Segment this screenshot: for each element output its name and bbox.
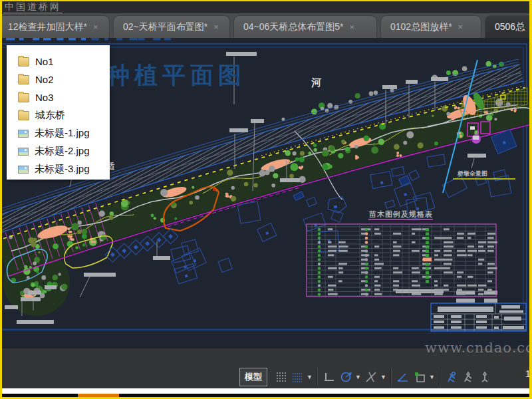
lineweight-dropdown-caret[interactable]: ▼ — [428, 368, 436, 386]
file-tab-bar: 12检查井加固大样*×02~天桥平面布置图*×04~06天桥总体布置图5*×01… — [2, 13, 529, 38]
file-name: No2 — [35, 74, 54, 85]
annotation-label — [229, 128, 248, 132]
toolbar-separator — [390, 368, 392, 386]
status-toolbar: 模型 ▼▼▼▼ — [239, 367, 493, 387]
file-list-item-3[interactable]: No3 — [7, 88, 110, 106]
annotation-label — [251, 119, 264, 123]
tab-label: 04~06天桥总体布置图5* — [243, 21, 344, 33]
bridge-note-label: 桥墩全景图 — [457, 170, 487, 177]
tab-label: 0102总图放样* — [390, 21, 452, 33]
polar-tracking-icon[interactable] — [337, 368, 354, 386]
annotation-label — [153, 256, 170, 260]
annotation-autoscale-icon[interactable] — [460, 368, 476, 386]
file-list-item-7[interactable]: 未标题-3.jpg — [7, 160, 110, 178]
tab-close-icon[interactable]: × — [213, 22, 219, 32]
file-list-panel: No1No2No3城东桥未标题-1.jpg未标题-2.jpg未标题-3.jpg — [7, 45, 110, 180]
river-label: 河 — [311, 76, 322, 88]
tab-close-icon[interactable]: × — [458, 22, 464, 32]
grid-display-icon[interactable] — [289, 368, 305, 386]
tab-close-icon[interactable]: × — [93, 22, 98, 32]
file-tab-2[interactable]: 02~天桥平面布置图*× — [113, 15, 230, 38]
plant-table-title: 苗木图例及规格表 — [368, 210, 433, 218]
annotation-scale-value[interactable]: 1 — [525, 368, 529, 379]
file-tab-4[interactable]: 0102总图放样*× — [380, 15, 481, 38]
object-snap-icon[interactable] — [362, 368, 379, 386]
bottom-taskbar-strip — [2, 394, 529, 397]
snap-tracking-icon[interactable] — [394, 368, 411, 386]
ortho-icon[interactable] — [321, 368, 337, 386]
file-name: No1 — [35, 56, 54, 67]
folder-icon — [18, 111, 29, 120]
annotation-label — [467, 154, 486, 158]
file-name: 未标题-1.jpg — [35, 127, 90, 140]
file-name: 未标题-2.jpg — [35, 145, 90, 158]
annotation-label — [45, 285, 57, 289]
model-tab-button[interactable]: 模型 — [239, 368, 267, 386]
toolbar-separator — [317, 368, 318, 386]
file-tab-3[interactable]: 04~06天桥总体布置图5*× — [233, 15, 377, 38]
annotation-label — [17, 320, 54, 324]
site-watermark-bottom: www.cndao.com — [425, 340, 529, 356]
tab-label: 12检查井加固大样* — [8, 21, 87, 33]
annotation-label — [456, 299, 475, 303]
file-list-item-6[interactable]: 未标题-2.jpg — [7, 142, 110, 160]
image-file-icon — [18, 148, 29, 156]
polar-tracking-dropdown-caret[interactable]: ▼ — [354, 368, 362, 386]
tab-close-icon[interactable]: × — [350, 22, 355, 32]
file-list-item-1[interactable]: No1 — [7, 53, 110, 70]
site-watermark: 中国道桥网 — [3, 1, 63, 13]
annotation-label — [280, 178, 300, 182]
file-name: 城东桥 — [35, 109, 65, 122]
folder-icon — [18, 75, 29, 84]
grid-display-dropdown-caret[interactable]: ▼ — [305, 368, 314, 386]
annotation-scale-icon[interactable] — [476, 368, 493, 386]
tab-label: 02~天桥平面布置图* — [123, 21, 207, 33]
tab-label: 0506总 — [495, 21, 525, 33]
snap-grid-icon[interactable] — [272, 368, 289, 386]
status-icon-row: ▼▼▼▼ — [272, 368, 493, 386]
bottom-white-strip — [2, 388, 529, 394]
file-list-item-4[interactable]: 城东桥 — [7, 106, 110, 124]
drawing-viewport[interactable]: 种植平面图 No1No2No3城东桥未标题-1.jpg未标题-2.jpg未标题-… — [2, 38, 529, 348]
toolbar-separator — [439, 368, 440, 386]
file-name: No3 — [35, 92, 54, 103]
plan-title-text: 种植平面图 — [106, 60, 246, 91]
file-list-item-5[interactable]: 未标题-1.jpg — [7, 124, 110, 142]
file-name: 未标题-3.jpg — [35, 163, 90, 176]
file-tab-1[interactable]: 12检查井加固大样*× — [2, 15, 110, 38]
annotation-label — [5, 305, 18, 309]
annotation-visibility-icon[interactable] — [443, 368, 460, 386]
file-list-item-2[interactable]: No2 — [7, 70, 110, 88]
annotation-label — [484, 299, 497, 303]
annotation-label — [226, 52, 257, 56]
content-frame: 中国道桥网 12检查井加固大样*×02~天桥平面布置图*×04~06天桥总体布置… — [2, 1, 529, 397]
annotation-label — [28, 291, 41, 295]
image-file-icon — [18, 130, 29, 138]
annotation-label — [84, 273, 116, 277]
folder-icon — [18, 57, 29, 66]
folder-icon — [18, 93, 29, 102]
annotation-label — [484, 291, 497, 295]
file-tab-5[interactable]: 0506总 — [485, 15, 529, 38]
lineweight-icon[interactable] — [411, 368, 428, 386]
object-snap-dropdown-caret[interactable]: ▼ — [379, 368, 388, 386]
taskbar-orange-segment — [78, 394, 119, 397]
image-file-icon — [18, 166, 29, 174]
annotation-label — [382, 85, 397, 89]
application-window: 中国道桥网 12检查井加固大样*×02~天桥平面布置图*×04~06天桥总体布置… — [0, 0, 532, 399]
annotation-label — [431, 77, 448, 81]
title-strip: 中国道桥网 — [2, 1, 529, 13]
annotation-label — [406, 80, 418, 84]
annotation-label — [21, 297, 41, 301]
